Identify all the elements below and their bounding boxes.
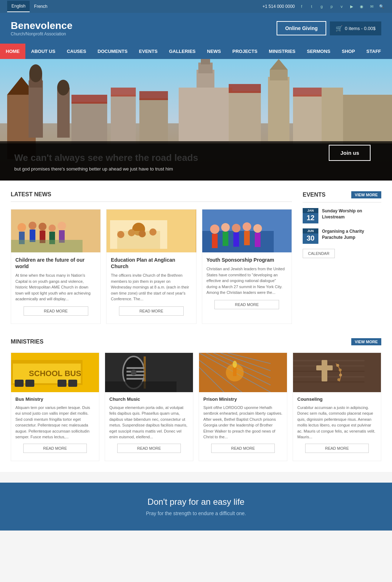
nav-projects[interactable]: PROJECTS	[227, 44, 263, 59]
svg-rect-60	[255, 233, 260, 247]
vimeo-icon[interactable]: v	[338, 3, 345, 10]
svg-rect-68	[68, 380, 77, 387]
svg-rect-20	[293, 95, 322, 145]
event-month-2: JUN	[303, 228, 318, 233]
join-us-button[interactable]: Join us	[329, 145, 371, 161]
svg-rect-17	[111, 95, 136, 145]
nav-home[interactable]: HOME	[0, 44, 25, 59]
svg-rect-93	[293, 376, 364, 378]
facebook-icon[interactable]: f	[298, 3, 305, 10]
nav-shop[interactable]: SHOP	[336, 44, 361, 59]
svg-rect-18	[139, 98, 168, 145]
cart-label: 0 items - 0.00$	[345, 26, 376, 31]
svg-point-6	[29, 64, 42, 82]
ministry-image-bus: SCHOOL BUS	[11, 353, 99, 392]
event-date-2: JUN 30	[303, 228, 318, 244]
search-icon[interactable]: 🔍	[378, 3, 385, 10]
lang-french-btn[interactable]: French	[30, 1, 51, 12]
ministry-body-prison: Prison Ministry Spirit ofthe LORDGOD upo…	[199, 392, 287, 461]
read-more-bus[interactable]: READ MORE	[23, 444, 87, 453]
cart-button[interactable]: 🛒 0 items - 0.00$	[330, 21, 381, 35]
svg-rect-13	[268, 77, 289, 141]
hero-section: We can't always see where the road leads…	[0, 59, 392, 181]
svg-rect-94	[293, 381, 364, 383]
nav-staff[interactable]: STAFF	[361, 44, 387, 59]
nav-news[interactable]: NEWS	[201, 44, 227, 59]
svg-rect-40	[11, 240, 83, 252]
ministry-text-bus: Aliquam tem por varius pellen tesque. Du…	[15, 405, 95, 440]
svg-rect-22	[343, 95, 392, 145]
svg-point-59	[253, 224, 262, 233]
lang-english-btn[interactable]: English	[7, 1, 30, 12]
footer-quote-sub: Pray for the strength to endure a diffic…	[11, 511, 381, 516]
news-events-section: LATEST NEWS	[11, 191, 381, 324]
news-title-2: Education Plan at Anglican Church	[111, 257, 192, 270]
svg-text:SCHOOL BUS: SCHOOL BUS	[29, 369, 81, 378]
read-more-music[interactable]: READ MORE	[117, 444, 181, 453]
footer-quote-section: Don't pray for an easy life Pray for the…	[0, 483, 392, 531]
svg-point-98	[339, 369, 342, 371]
music-ministry-svg	[105, 353, 193, 392]
ministries-view-more-btn[interactable]: VIEW MORE	[351, 338, 381, 345]
news-text-2: The officers invite Church of the Brethr…	[111, 272, 192, 302]
svg-rect-96	[316, 365, 333, 370]
svg-rect-24	[111, 88, 136, 97]
ministry-body-counseling: Counseling Curabitur accumsan a justo in…	[293, 392, 381, 461]
read-more-news-2[interactable]: READ MORE	[119, 306, 184, 316]
news-text-1: At time when the focus many in Nation's …	[15, 272, 96, 302]
ministry-card-counseling: Counseling Curabitur accumsan a justo in…	[293, 352, 381, 461]
svg-rect-12	[179, 88, 232, 141]
read-more-news-3[interactable]: READ MORE	[214, 300, 279, 309]
news-card-3: Youth Sponsorship Program Christian and …	[202, 209, 292, 324]
calendar-button[interactable]: CALENDAR	[303, 249, 335, 258]
news-image-2	[106, 209, 196, 252]
nav-galleries[interactable]: GALLERIES	[163, 44, 201, 59]
ministry-card-prison: Prison Ministry Spirit ofthe LORDGOD upo…	[199, 352, 287, 461]
nav-about-us[interactable]: ABOUT US	[25, 44, 61, 59]
nav-sermons[interactable]: SERMONS	[301, 44, 336, 59]
nav-events[interactable]: EVENTS	[133, 44, 163, 59]
svg-rect-27	[293, 88, 322, 97]
youtube-icon[interactable]: ▶	[348, 3, 355, 10]
svg-point-48	[149, 228, 157, 236]
site-header: Benevolence Church/Nonprofit Association…	[0, 13, 392, 44]
ministry-body-bus: Bus Ministry Aliquam tem por varius pell…	[11, 392, 99, 461]
svg-point-53	[221, 223, 230, 232]
google-icon[interactable]: g	[318, 3, 325, 10]
events-header: EVENTS VIEW MORE	[303, 191, 381, 203]
svg-rect-90	[293, 360, 364, 361]
news-text-3: Christian and Jewish leaders from the Un…	[207, 266, 287, 296]
ministry-text-counseling: Curabitur accumsan a justo in adipiscing…	[297, 405, 377, 440]
events-view-more-btn[interactable]: VIEW MORE	[351, 191, 381, 198]
read-more-news-1[interactable]: READ MORE	[24, 306, 88, 316]
email-icon[interactable]: ✉	[368, 3, 375, 10]
event-title-1: Sunday Worship on Livestream	[322, 208, 381, 220]
read-more-prison[interactable]: READ MORE	[211, 444, 275, 453]
pinterest-icon[interactable]: p	[328, 3, 335, 10]
news-img-children-svg	[11, 209, 100, 252]
nav-documents[interactable]: DOCUMENTS	[92, 44, 133, 59]
ministry-title-prison: Prison Ministry	[203, 396, 283, 402]
nav-contact-us[interactable]: CONTACT US	[387, 44, 392, 59]
ministry-text-prison: Spirit ofthe LORDGOD uponme Hehath sentb…	[203, 405, 283, 440]
twitter-icon[interactable]: t	[308, 3, 315, 10]
header-actions: Online Giving 🛒 0 items - 0.00$	[277, 21, 381, 35]
svg-point-47	[139, 230, 146, 237]
ministry-text-music: Quisque elementum porta odio, at volutpa…	[109, 405, 189, 440]
rss-icon[interactable]: ◉	[358, 3, 365, 10]
news-card-1: Children are the future of our world At …	[11, 209, 101, 324]
svg-point-36	[49, 225, 56, 232]
site-title: Benevolence	[11, 20, 73, 31]
ministry-image-prison	[199, 353, 287, 392]
prison-ministry-svg	[199, 353, 287, 392]
svg-rect-92	[293, 371, 364, 372]
read-more-counseling[interactable]: READ MORE	[305, 444, 369, 453]
top-bar: English French +1 514 000 0000 f t g p v…	[0, 0, 392, 13]
online-giving-button[interactable]: Online Giving	[277, 21, 326, 35]
svg-point-38	[58, 222, 66, 230]
bus-ministry-svg: SCHOOL BUS	[11, 353, 99, 392]
nav-causes[interactable]: CAUSES	[61, 44, 92, 59]
event-item-1: JAN 12 Sunday Worship on Livestream	[303, 208, 381, 223]
ministry-card-music: Church Music Quisque elementum porta odi…	[105, 352, 193, 461]
nav-ministries[interactable]: MINISTRIES	[263, 44, 301, 59]
